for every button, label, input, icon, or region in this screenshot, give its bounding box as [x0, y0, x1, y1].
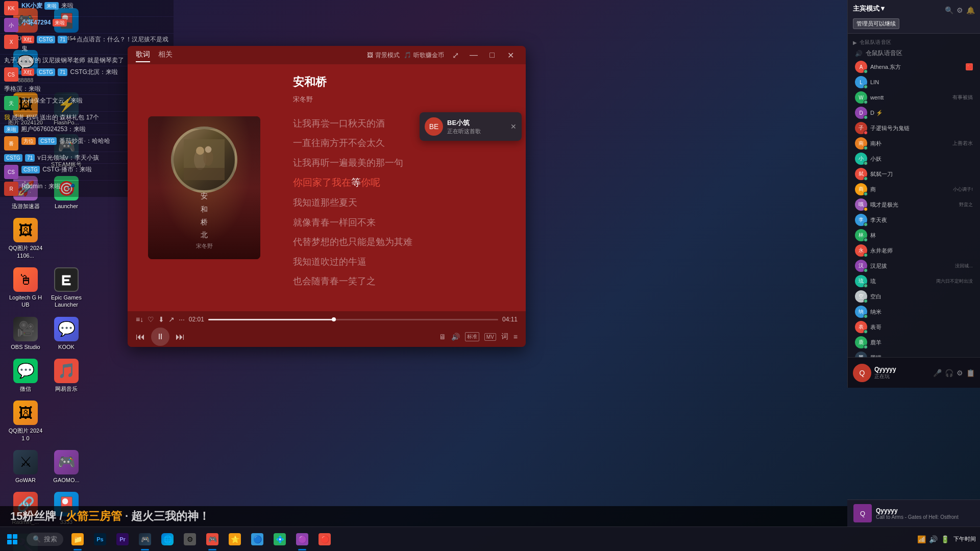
chat-avatar: X [4, 35, 18, 49]
lyric-line[interactable]: 就像青春一样回不来 [293, 214, 513, 231]
user-item[interactable]: 南 南朴 上善若水 [850, 136, 978, 151]
settings-button[interactable]: ⚙ [957, 369, 963, 377]
album-oval-frame [171, 127, 237, 193]
desktop-icon-kook[interactable]: 💬 KOOK [46, 314, 87, 354]
taskbar-app6[interactable]: 🎮 [202, 527, 223, 552]
shuffle-icon[interactable]: ≡↓ [136, 315, 143, 323]
user-item[interactable]: W wentt 有事被搞 [850, 90, 978, 105]
lyric-line[interactable]: 让我再听一遍最美的那一句 [293, 155, 513, 171]
bottom-notification: Q Qyyyyy Call to Arms - Gates of Hell: O… [847, 499, 980, 527]
lyrics-btn[interactable]: 词 [501, 332, 508, 341]
desktop-icon-qq-photo[interactable]: 🖼 QQ图片 20241106... [5, 215, 46, 262]
more-button[interactable]: ··· [179, 315, 185, 323]
status-dot [864, 161, 868, 165]
settings-icon[interactable]: ⚙ [957, 6, 963, 14]
channel-item[interactable]: 🔊 仓鼠队语音区 [850, 47, 978, 59]
battery-icon[interactable]: 🔋 [941, 535, 949, 543]
user-avatar: 永 [855, 244, 867, 257]
taskbar-premiere[interactable]: Pr [112, 527, 133, 552]
pr-icon: Pr [116, 533, 129, 545]
lyric-line[interactable]: 代替梦想的也只能是勉为其难 [293, 234, 513, 250]
taskbar-app8[interactable]: 🔵 [247, 527, 267, 552]
bg-mode-button[interactable]: 🖼 背景模式 [367, 51, 400, 60]
download-button[interactable]: ⬇ [158, 315, 164, 323]
taskbar-app5[interactable]: ⚙ [180, 527, 200, 552]
user-item[interactable]: 纳 纳米 [850, 304, 978, 319]
tab-related[interactable]: 相关 [158, 48, 173, 62]
playing-user-row: Q Qyyyyy Call to Arms - Gates of Hell: O… [853, 504, 974, 522]
screen-btn[interactable]: 🖥 [439, 333, 446, 341]
lyric-line[interactable]: 我知道那些夏天 [293, 194, 513, 211]
status-dot [864, 222, 868, 227]
like-button[interactable]: ♡ [148, 315, 154, 323]
user-item[interactable]: D D ⚡ [850, 105, 978, 120]
playlist-btn[interactable]: ≡ [513, 333, 518, 341]
admin-tab[interactable]: 管理员可以继续 [853, 18, 899, 29]
lyric-line-active[interactable]: 你回家了我在等你呢 [293, 174, 513, 191]
user-item[interactable]: 黑 黑喵 [850, 350, 978, 357]
taskbar-app9[interactable]: 💠 [270, 527, 290, 552]
wifi-icon[interactable]: 📶 [917, 535, 926, 543]
desktop-icon-wechat[interactable]: 💬 微信 [5, 356, 46, 395]
desktop-icon-obs[interactable]: 🎥 OBS Studio [5, 314, 46, 354]
headphone-button[interactable]: 🎧 [945, 369, 953, 377]
desktop-icon-netease[interactable]: 🎵 网易音乐 [46, 356, 87, 395]
system-clock[interactable]: 下午时间 [953, 535, 976, 543]
hq-btn[interactable]: 标准 [465, 332, 479, 341]
panel-title[interactable]: 主宾模式▼ [853, 4, 886, 13]
task-button[interactable]: 📋 [966, 369, 975, 377]
taskbar-file-explorer[interactable]: 📁 [67, 527, 88, 552]
user-item[interactable]: 商 商 小心调子! [850, 182, 978, 197]
user-item[interactable]: 琉 琉 周六日不定时出没 [850, 273, 978, 289]
user-item[interactable]: 小 小妖 [850, 151, 978, 166]
taskbar-app6-icon: 🎮 [206, 533, 218, 545]
play-pause-button[interactable]: ⏸ [151, 328, 169, 346]
taskbar-app11-icon: 🔴 [318, 533, 331, 545]
user-item[interactable]: 林 林 [850, 228, 978, 243]
user-item[interactable]: 李 李天夜 [850, 212, 978, 228]
desktop-icon-epic[interactable]: Epic Games Launcher [46, 264, 87, 312]
prev-button[interactable]: ⏮ [136, 332, 145, 342]
desktop-icon-qq-photo2[interactable]: 🖼 QQ图片 20241 0 [5, 397, 46, 445]
bell-icon[interactable]: 🔔 [966, 6, 975, 14]
desktop-icon-gaomo[interactable]: 🎮 GAOMO... [46, 447, 87, 487]
volume-btn[interactable]: 🔊 [451, 333, 460, 341]
tab-lyrics[interactable]: 歌词 [136, 48, 150, 62]
footer-user-avatar: Q [853, 364, 871, 382]
expand-button[interactable]: ⤢ [448, 48, 462, 62]
user-item[interactable]: L LIN [850, 74, 978, 90]
share-button[interactable]: ↗ [168, 315, 175, 323]
lyric-line[interactable]: 也会随青春一笑了之 [293, 273, 513, 289]
user-item[interactable]: 表 表哥 [850, 319, 978, 335]
taskbar-photoshop[interactable]: Ps [90, 527, 110, 552]
taskbar-app10[interactable]: 🟣 [292, 527, 312, 552]
mvbtn[interactable]: MV [484, 333, 496, 341]
minimize-button[interactable]: — [467, 48, 481, 62]
user-item[interactable]: A Athena.东方 🔴 [850, 59, 978, 74]
taskbar-steam[interactable]: 🎮 [135, 527, 155, 552]
user-item[interactable]: 子 子逻辑号为鬼链 [850, 120, 978, 136]
notify-close-button[interactable]: ✕ [510, 122, 517, 131]
search-icon[interactable]: 🔍 [945, 6, 953, 14]
desktop-icon-gowar[interactable]: ⚔ GoWAR [5, 447, 46, 487]
volume-icon[interactable]: 🔊 [929, 535, 938, 543]
start-button[interactable] [0, 527, 24, 552]
taskbar-search[interactable]: 🔍 搜索 [27, 533, 63, 546]
user-item[interactable]: 弑 弑弑一刀 [850, 166, 978, 182]
user-item[interactable]: 永 永井老师 [850, 243, 978, 258]
user-item[interactable]: 空 空白 [850, 289, 978, 304]
taskbar-edge[interactable]: 🌐 [157, 527, 178, 552]
next-button[interactable]: ⏭ [176, 332, 185, 342]
progress-bar[interactable] [208, 319, 498, 320]
desktop-icon-logitech[interactable]: 🖱 Logitech G HUB [5, 264, 46, 312]
maximize-button[interactable]: □ [485, 48, 499, 62]
taskbar-app11[interactable]: 🔴 [314, 527, 335, 552]
user-item[interactable]: 哦 哦才是极光 野蛮之 [850, 197, 978, 212]
user-item[interactable]: 鹿 鹿羊 [850, 335, 978, 350]
close-button[interactable]: ✕ [503, 48, 518, 62]
taskbar-app7[interactable]: ⭐ [225, 527, 245, 552]
vip-coins-button[interactable]: 🎵 听歌赚金币 [404, 51, 444, 60]
lyric-line[interactable]: 我知道吹过的牛逼 [293, 254, 513, 270]
mic-button[interactable]: 🎤 [933, 369, 942, 377]
user-item[interactable]: 汉 汉尼拔 没回城... [850, 258, 978, 273]
